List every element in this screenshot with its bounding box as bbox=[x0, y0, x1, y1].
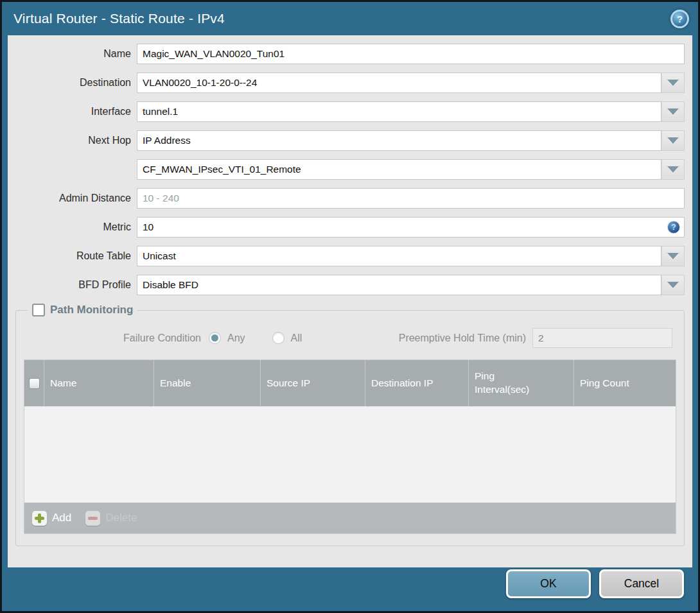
path-monitoring-legend: Path Monitoring bbox=[28, 304, 137, 316]
info-icon[interactable]: ? bbox=[667, 221, 680, 234]
delete-button[interactable]: Delete bbox=[85, 511, 137, 526]
next-hop-address-input[interactable] bbox=[137, 159, 661, 180]
next-hop-type-dropdown-button[interactable] bbox=[661, 130, 685, 151]
destination-row: Destination bbox=[8, 73, 685, 93]
chevron-down-icon bbox=[667, 108, 679, 115]
chevron-down-icon bbox=[667, 282, 679, 288]
path-monitoring-table: Name Enable Source IP Destination IP Pin… bbox=[24, 359, 676, 534]
route-table-row: Route Table bbox=[8, 246, 685, 266]
interface-input[interactable] bbox=[137, 101, 661, 122]
chevron-down-icon bbox=[667, 137, 679, 144]
admin-distance-label: Admin Distance bbox=[8, 193, 137, 204]
next-hop-row: Next Hop bbox=[8, 130, 685, 151]
bfd-profile-label: BFD Profile bbox=[8, 279, 137, 291]
route-table-dropdown-button[interactable] bbox=[661, 246, 685, 266]
path-monitoring-section: Path Monitoring Failure Condition Any Al… bbox=[15, 304, 685, 546]
add-button[interactable]: Add bbox=[32, 511, 71, 526]
metric-input[interactable] bbox=[137, 217, 685, 237]
radio-all-label: All bbox=[291, 332, 302, 344]
admin-distance-row: Admin Distance bbox=[8, 188, 685, 209]
add-button-label: Add bbox=[52, 512, 71, 524]
bfd-profile-row: BFD Profile bbox=[8, 275, 685, 295]
column-header-enable: Enable bbox=[153, 360, 260, 406]
interface-dropdown-button[interactable] bbox=[661, 101, 685, 122]
interface-row: Interface bbox=[8, 101, 685, 122]
column-header-name: Name bbox=[44, 360, 153, 406]
help-icon[interactable]: ? bbox=[670, 10, 689, 28]
radio-any[interactable] bbox=[209, 332, 221, 344]
path-monitoring-checkbox[interactable] bbox=[32, 304, 45, 316]
dialog-virtual-router-static-route: Virtual Router - Static Route - IPv4 ? N… bbox=[2, 2, 698, 611]
dialog-body: Name Destination Interface Next Hop bbox=[8, 35, 692, 567]
bfd-profile-dropdown-button[interactable] bbox=[661, 275, 685, 295]
select-all-cell bbox=[24, 360, 44, 406]
radio-all[interactable] bbox=[272, 332, 284, 344]
table-body-empty bbox=[24, 406, 676, 503]
destination-input[interactable] bbox=[137, 73, 661, 93]
admin-distance-input[interactable] bbox=[137, 188, 685, 209]
next-hop-label: Next Hop bbox=[8, 135, 137, 146]
column-header-ping-interval: Ping Interval(sec) bbox=[468, 360, 573, 406]
plus-icon bbox=[32, 511, 47, 526]
dialog-title: Virtual Router - Static Route - IPv4 bbox=[13, 11, 670, 26]
dialog-footer: OK Cancel bbox=[2, 566, 698, 611]
delete-button-label: Delete bbox=[105, 512, 137, 524]
radio-any-label: Any bbox=[227, 332, 245, 344]
metric-label: Metric bbox=[8, 221, 137, 233]
path-monitoring-title: Path Monitoring bbox=[50, 304, 133, 316]
chevron-down-icon bbox=[667, 80, 679, 86]
minus-icon bbox=[85, 511, 100, 526]
table-header-row: Name Enable Source IP Destination IP Pin… bbox=[24, 360, 676, 406]
chevron-down-icon bbox=[667, 166, 679, 173]
destination-dropdown-button[interactable] bbox=[661, 73, 685, 93]
failure-condition-radio-group: Any All bbox=[209, 332, 322, 344]
chevron-down-icon bbox=[667, 253, 679, 259]
name-row: Name bbox=[8, 44, 685, 64]
next-hop-address-row bbox=[8, 159, 685, 180]
destination-label: Destination bbox=[8, 77, 137, 89]
titlebar: Virtual Router - Static Route - IPv4 ? bbox=[2, 2, 698, 35]
bfd-profile-input[interactable] bbox=[137, 275, 661, 295]
next-hop-address-dropdown-button[interactable] bbox=[661, 159, 685, 180]
column-header-ping-count: Ping Count bbox=[573, 360, 676, 406]
name-label: Name bbox=[8, 48, 137, 60]
name-input[interactable] bbox=[137, 44, 685, 64]
route-table-input[interactable] bbox=[137, 246, 661, 266]
next-hop-type-input[interactable] bbox=[137, 130, 661, 151]
column-header-source-ip: Source IP bbox=[260, 360, 365, 406]
preemptive-hold-time-label: Preemptive Hold Time (min) bbox=[399, 332, 532, 344]
column-header-destination-ip: Destination IP bbox=[365, 360, 468, 406]
failure-condition-label: Failure Condition bbox=[24, 332, 209, 344]
cancel-button[interactable]: Cancel bbox=[599, 569, 684, 598]
preemptive-hold-time-input[interactable] bbox=[532, 328, 672, 348]
table-toolbar: Add Delete bbox=[24, 503, 676, 533]
interface-label: Interface bbox=[8, 106, 137, 117]
ok-button[interactable]: OK bbox=[506, 569, 591, 598]
metric-row: Metric ? bbox=[8, 217, 685, 237]
select-all-checkbox[interactable] bbox=[29, 378, 40, 389]
failure-condition-row: Failure Condition Any All Preemptive Hol… bbox=[24, 328, 672, 348]
route-table-label: Route Table bbox=[8, 250, 137, 262]
